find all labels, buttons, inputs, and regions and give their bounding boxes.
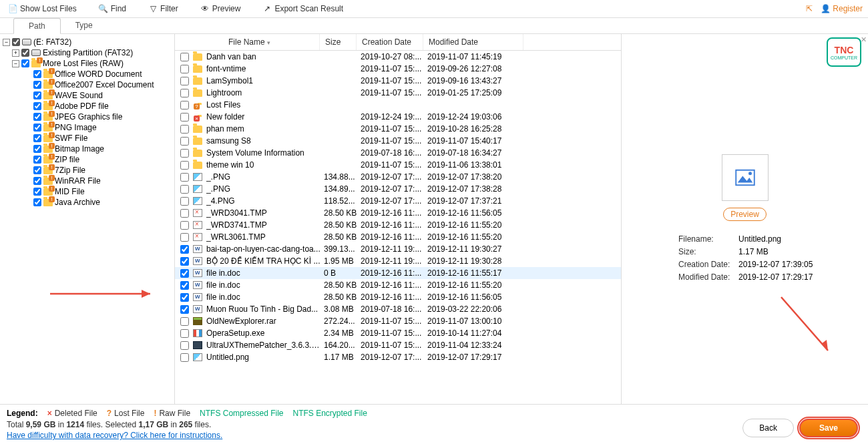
file-row[interactable]: _WRD3041.TMP28.50 KB2019-12-16 11:...201… xyxy=(175,207,621,219)
col-name[interactable]: File Name▾ xyxy=(175,34,320,50)
tree-child[interactable]: !SWF File xyxy=(0,133,174,144)
file-checkbox[interactable] xyxy=(180,209,189,218)
file-row[interactable]: Danh van ban2019-10-27 08:...2019-11-07 … xyxy=(175,51,621,63)
file-checkbox[interactable] xyxy=(180,197,189,206)
file-checkbox[interactable] xyxy=(180,113,189,122)
file-row[interactable]: _4.PNG118.52...2019-12-07 17:...2019-12-… xyxy=(175,195,621,207)
preview-button[interactable]: 👁Preview xyxy=(198,3,244,15)
tree-child[interactable]: !PNG Image xyxy=(0,122,174,133)
file-checkbox[interactable] xyxy=(180,341,189,350)
tree-child[interactable]: !WinRAR File xyxy=(0,176,174,186)
filter-button[interactable]: ▽Filter xyxy=(146,3,181,15)
file-row[interactable]: samsung S82019-11-07 15:...2019-11-07 15… xyxy=(175,135,621,147)
file-checkbox[interactable] xyxy=(180,53,189,61)
file-checkbox[interactable] xyxy=(180,281,189,290)
close-icon[interactable]: ✕ xyxy=(861,35,867,44)
file-row[interactable]: font-vntime2019-11-07 15:...2019-09-26 1… xyxy=(175,63,621,75)
tree-checkbox[interactable] xyxy=(33,124,41,132)
file-checkbox[interactable] xyxy=(180,257,189,266)
tab-type[interactable]: Type xyxy=(61,18,107,33)
file-row[interactable]: BỘ 20 ĐỀ KIỂM TRA HỌC KÌ ...1.95 MB2019-… xyxy=(175,255,621,267)
tree-child[interactable]: !JPEG Graphics file xyxy=(0,112,174,122)
file-row[interactable]: ?Lost Files xyxy=(175,99,621,111)
tree-checkbox[interactable] xyxy=(33,198,41,206)
file-checkbox[interactable] xyxy=(180,137,189,146)
tree-child[interactable]: !Java Archive xyxy=(0,197,174,208)
tree-child[interactable]: !Office2007 Excel Document xyxy=(0,79,174,90)
file-checkbox[interactable] xyxy=(180,233,189,242)
file-row[interactable]: _.PNG134.89...2019-12-07 17:...2019-12-0… xyxy=(175,183,621,195)
tree-child[interactable]: !Bitmap Image xyxy=(0,144,174,154)
find-button[interactable]: 🔍Find xyxy=(96,3,129,15)
tree-checkbox[interactable] xyxy=(21,59,29,67)
help-link[interactable]: Have difficulty with data recovery? Clic… xyxy=(7,431,222,440)
back-button[interactable]: Back xyxy=(742,419,794,437)
tree-checkbox[interactable] xyxy=(33,188,41,196)
export-button[interactable]: ↗Export Scan Result xyxy=(260,3,346,15)
file-checkbox[interactable] xyxy=(180,89,189,97)
expand-icon[interactable]: + xyxy=(12,49,19,57)
tree-checkbox[interactable] xyxy=(33,134,41,142)
file-checkbox[interactable] xyxy=(180,173,189,182)
file-checkbox[interactable] xyxy=(180,269,189,278)
preview-action-button[interactable]: Preview xyxy=(723,208,767,221)
file-row[interactable]: file in.doc28.50 KB2019-12-16 11:...2019… xyxy=(175,291,621,303)
tree-checkbox[interactable] xyxy=(33,70,41,78)
tree-child[interactable]: !7Zip File xyxy=(0,165,174,176)
tree-checkbox[interactable] xyxy=(33,113,41,121)
file-row[interactable]: file in.doc0 B2019-12-16 11:...2019-12-1… xyxy=(175,267,621,279)
file-row[interactable]: UltraUXThemePatcher_3.6.3.exe164.20...20… xyxy=(175,339,621,351)
tree-checkbox[interactable] xyxy=(33,177,41,185)
file-row[interactable]: LamSymbol12019-11-07 15:...2019-09-16 13… xyxy=(175,75,621,87)
file-checkbox[interactable] xyxy=(180,353,189,362)
file-row[interactable]: _WRD3741.TMP28.50 KB2019-12-16 11:...201… xyxy=(175,219,621,231)
tree-root[interactable]: − (E: FAT32) xyxy=(0,37,174,47)
tree-checkbox[interactable] xyxy=(12,38,20,46)
file-row[interactable]: Lightroom2019-11-07 15:...2019-01-25 17:… xyxy=(175,87,621,99)
file-checkbox[interactable] xyxy=(180,245,189,254)
file-checkbox[interactable] xyxy=(180,125,189,134)
tree-existing[interactable]: + Existing Partition (FAT32) xyxy=(0,47,174,58)
tree-child[interactable]: !Adobe PDF file xyxy=(0,101,174,112)
tree-checkbox[interactable] xyxy=(21,49,29,57)
tree-checkbox[interactable] xyxy=(33,166,41,174)
register-button[interactable]: 👤Register xyxy=(821,4,863,13)
file-row[interactable]: Untitled.png1.17 MB2019-12-07 17:...2019… xyxy=(175,351,621,363)
file-row[interactable]: _.PNG134.88...2019-12-07 17:...2019-12-0… xyxy=(175,171,621,183)
tree-child[interactable]: !MID File xyxy=(0,186,174,197)
col-mdate[interactable]: Modified Date xyxy=(423,34,523,50)
file-row[interactable]: Muon Ruou To Tinh - Big Dad...3.08 MB201… xyxy=(175,303,621,315)
file-row[interactable]: theme win 102019-11-07 15:...2019-11-06 … xyxy=(175,159,621,171)
file-checkbox[interactable] xyxy=(180,185,189,194)
tree-child[interactable]: !WAVE Sound xyxy=(0,90,174,101)
file-row[interactable]: phan mem2019-11-07 15:...2019-10-28 16:2… xyxy=(175,123,621,135)
file-checkbox[interactable] xyxy=(180,293,189,302)
file-checkbox[interactable] xyxy=(180,329,189,338)
file-row[interactable]: OperaSetup.exe2.34 MB2019-11-07 15:...20… xyxy=(175,327,621,339)
file-row[interactable]: bai-tap-on-luyen-cac-dang-toa...399.13..… xyxy=(175,243,621,255)
file-checkbox[interactable] xyxy=(180,65,189,73)
file-checkbox[interactable] xyxy=(180,101,189,109)
tree-checkbox[interactable] xyxy=(33,102,41,110)
file-checkbox[interactable] xyxy=(180,317,189,326)
file-checkbox[interactable] xyxy=(180,161,189,170)
file-row[interactable]: System Volume Information2019-07-18 16:.… xyxy=(175,147,621,159)
file-checkbox[interactable] xyxy=(180,221,189,230)
col-cdate[interactable]: Creation Date xyxy=(357,34,423,50)
tree-checkbox[interactable] xyxy=(33,81,41,89)
tree-more-lost[interactable]: − ! More Lost Files (RAW) xyxy=(0,58,174,69)
file-row[interactable]: ×New folder2019-12-24 19:...2019-12-24 1… xyxy=(175,111,621,123)
tree-checkbox[interactable] xyxy=(33,145,41,153)
tree-child[interactable]: !ZIP file xyxy=(0,154,174,165)
share-icon[interactable]: ⇱ xyxy=(806,4,813,13)
collapse-icon[interactable]: − xyxy=(12,60,19,67)
tree-child[interactable]: !Office WORD Document xyxy=(0,69,174,79)
file-checkbox[interactable] xyxy=(180,77,189,85)
tab-path[interactable]: Path xyxy=(13,18,61,34)
file-row[interactable]: file in.doc28.50 KB2019-12-16 11:...2019… xyxy=(175,279,621,291)
file-checkbox[interactable] xyxy=(180,149,189,158)
file-row[interactable]: OldNewExplorer.rar272.24...2019-11-07 15… xyxy=(175,315,621,327)
save-button[interactable]: Save xyxy=(799,419,858,437)
col-size[interactable]: Size xyxy=(320,34,357,50)
tree-checkbox[interactable] xyxy=(33,91,41,99)
